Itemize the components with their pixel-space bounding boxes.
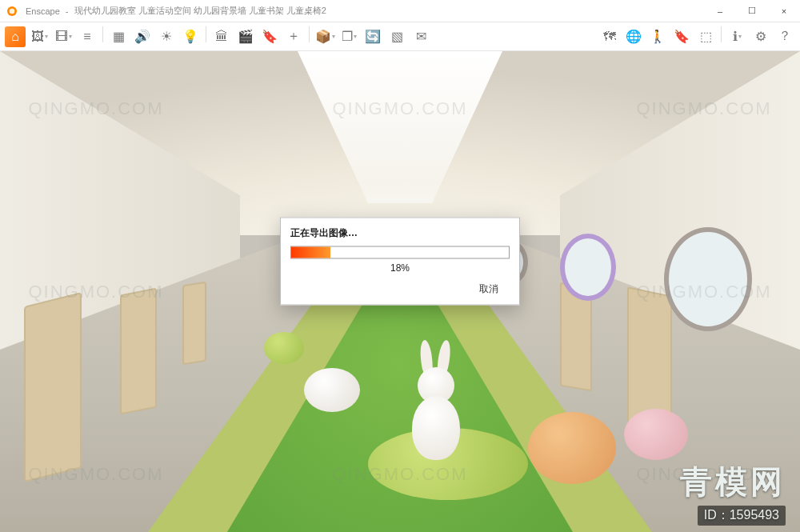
list-icon: ≡: [83, 30, 90, 44]
home-button[interactable]: ⌂: [5, 26, 26, 47]
clapper-button[interactable]: 🎬: [235, 26, 256, 47]
cube-icon: ⬚: [700, 29, 712, 44]
video-icon: 🎞: [55, 30, 68, 44]
chevron-down-icon: ▾: [332, 33, 335, 40]
export-image-icon: 🖼: [31, 30, 44, 44]
chevron-down-icon: ▾: [45, 33, 48, 40]
scene-pouf: [528, 412, 616, 484]
list-button[interactable]: ≡: [77, 26, 98, 47]
document-title: 现代幼儿园教室 儿童活动空间 幼儿园背景墙 儿童书架 儿童桌椅2: [74, 5, 326, 17]
render-viewport[interactable]: 交 QINGMO.COM QINGMO.COM QINGMO.COM QINGM…: [0, 51, 800, 532]
sun-button[interactable]: ☀: [156, 26, 177, 47]
globe-button[interactable]: 🌐: [623, 26, 644, 47]
info-icon: ℹ: [733, 29, 738, 44]
title-separator: -: [63, 6, 71, 16]
qr-button[interactable]: ▧: [386, 26, 407, 47]
cancel-button[interactable]: 取消: [468, 279, 510, 298]
sync-icon: 🔄: [365, 29, 381, 44]
plus-icon: ＋: [287, 28, 300, 45]
asset-icon: 📦: [315, 29, 331, 44]
bookmark-icon: 🔖: [262, 29, 278, 44]
light-icon: 💡: [182, 29, 198, 44]
sync-button[interactable]: 🔄: [362, 26, 383, 47]
progress-percent: 18%: [290, 262, 510, 273]
cube-button[interactable]: ⬚: [695, 26, 716, 47]
settings-icon: ⚙: [755, 29, 766, 44]
walk-button[interactable]: 🚶: [647, 26, 668, 47]
scene-door: [24, 292, 82, 482]
question-button[interactable]: ？: [774, 26, 795, 47]
gallery-icon: ▦: [113, 29, 125, 44]
toolbar-divider: [721, 26, 722, 42]
export-progress-dialog: 正在导出图像… 18% 取消: [280, 217, 520, 305]
dialog-title: 正在导出图像…: [290, 226, 510, 239]
progress-bar-fill: [291, 246, 330, 258]
asset-button[interactable]: 📦▾: [314, 26, 335, 47]
sound-icon: 🔊: [134, 29, 150, 44]
close-button[interactable]: ×: [768, 0, 800, 22]
home-icon: ⌂: [11, 30, 19, 44]
library-icon: 🏛: [215, 30, 228, 44]
qr-icon: ▧: [391, 29, 403, 44]
title-bar: Enscape - 现代幼儿园教室 儿童活动空间 幼儿园背景墙 儿童书架 儿童桌…: [0, 0, 800, 22]
scene-round-window: [560, 234, 616, 301]
sound-button[interactable]: 🔊: [132, 26, 153, 47]
scene-door: [120, 288, 157, 415]
progress-bar: [290, 246, 510, 258]
clapper-icon: 🎬: [238, 29, 254, 44]
toolbar-divider: [206, 26, 206, 42]
bookmark-b-icon: 🔖: [674, 29, 690, 44]
export-image-button[interactable]: 🖼▾: [29, 26, 50, 47]
question-icon: ？: [778, 28, 791, 45]
video-button[interactable]: 🎞▾: [53, 26, 74, 47]
scene-pouf: [264, 332, 304, 364]
help-icon: ✉: [416, 29, 426, 44]
minimize-button[interactable]: –: [704, 0, 736, 22]
toolbar-divider: [309, 26, 310, 42]
svg-point-1: [10, 8, 15, 14]
scene-pouf: [624, 409, 688, 460]
gallery-button[interactable]: ▦: [108, 26, 129, 47]
scene-round-window: [664, 227, 752, 331]
walk-icon: 🚶: [650, 29, 666, 44]
toolbar: ⌂🖼▾🎞▾≡▦🔊☀💡🏛🎬🔖＋📦▾❐▾🔄▧✉ 🗺🌐🚶🔖⬚ℹ▾⚙？: [0, 22, 800, 51]
globe-icon: 🌐: [626, 29, 642, 44]
scene-door: [182, 282, 206, 366]
layers-button[interactable]: ❐▾: [338, 26, 359, 47]
layers-icon: ❐: [342, 29, 353, 44]
bookmark-b-button[interactable]: 🔖: [671, 26, 692, 47]
library-button[interactable]: 🏛: [211, 26, 232, 47]
chevron-down-icon: ▾: [354, 33, 357, 40]
sun-icon: ☀: [161, 29, 172, 44]
scene-pouf: [304, 368, 360, 412]
plus-button[interactable]: ＋: [283, 26, 304, 47]
chevron-down-icon: ▾: [69, 33, 72, 40]
scene-bunny-statue: [400, 340, 472, 460]
info-button[interactable]: ℹ▾: [726, 26, 747, 47]
app-name: Enscape: [26, 6, 60, 16]
help-button[interactable]: ✉: [410, 26, 431, 47]
map-button[interactable]: 🗺: [599, 26, 620, 47]
bookmark-button[interactable]: 🔖: [259, 26, 280, 47]
app-logo: [2, 1, 22, 22]
maximize-button[interactable]: ☐: [736, 0, 768, 22]
map-icon: 🗺: [603, 30, 616, 44]
light-button[interactable]: 💡: [180, 26, 201, 47]
toolbar-divider: [102, 26, 103, 42]
chevron-down-icon: ▾: [738, 33, 742, 40]
settings-button[interactable]: ⚙: [750, 26, 771, 47]
